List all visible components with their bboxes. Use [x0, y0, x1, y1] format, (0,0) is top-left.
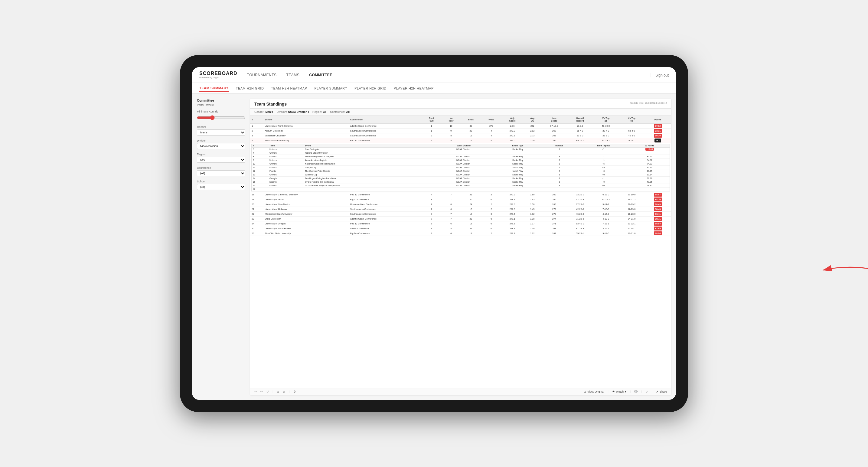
table-row-expanded: 4 Arizona State University Pac-12 Confer…: [250, 138, 671, 143]
points-value: 88.49: [654, 203, 662, 206]
points-value: 83.41: [654, 212, 662, 216]
redo-icon[interactable]: ↪: [260, 390, 263, 393]
expanded-content: # Team Event Event Division Event Type R…: [251, 144, 670, 191]
view-label: View: Original: [587, 390, 604, 393]
main-content: Committee Portal Review Minimum Rounds G…: [192, 94, 676, 400]
list-item: 6 Univers. Catc Collegiate NCAA Division…: [252, 148, 670, 151]
update-time: Update time: 13/03/2024 10:03:42: [630, 102, 667, 104]
col-conf-rank: ConfRank: [421, 116, 442, 124]
table-row: 2 Auburn University Southeastern Confere…: [250, 129, 671, 133]
points-value: 88.07: [654, 193, 662, 196]
filter-chip-division: Division: NCAA Division I: [277, 111, 309, 114]
tab-team-h2h-grid[interactable]: TEAM H2H GRID: [236, 85, 264, 91]
filter-chip-conference: Conference: All: [330, 111, 350, 114]
table-row: 22 Mississippi State University Southeas…: [250, 212, 671, 217]
points-value: 90.30: [654, 134, 662, 137]
filter-chip-gender: Gender: Men's: [254, 111, 273, 114]
points-value-active: 79.5: [654, 138, 661, 143]
points-value: 83.89: [654, 226, 662, 230]
filter-label-school: School: [197, 180, 245, 183]
tab-player-h2h-heatmap[interactable]: PLAYER H2H HEATMAP: [394, 85, 434, 91]
points-value: 88.71: [654, 217, 662, 221]
tab-player-h2h-grid[interactable]: PLAYER H2H GRID: [354, 85, 386, 91]
info-icon[interactable]: ⏱: [293, 390, 296, 393]
app-logo-sub: Powered by clippd: [199, 76, 238, 79]
col-points: Points: [645, 116, 671, 124]
standings-title: Team Standings: [254, 102, 287, 106]
col-school: School: [264, 116, 349, 124]
standings-table: # School Conference ConfRank NoTour Bnds…: [250, 116, 671, 388]
filter-panel-title: Committee: [197, 99, 245, 102]
nav-teams[interactable]: TEAMS: [286, 72, 300, 78]
filter-chip-region: Region: All: [312, 111, 327, 114]
comment-icon[interactable]: 💬: [634, 390, 638, 393]
points-value: 93.31: [654, 129, 662, 133]
list-item: 8 Univers. Southern Highlands Collegiate…: [252, 155, 670, 158]
col-conference: Conference: [349, 116, 421, 124]
table-row: 23 Duke University Atlantic Coast Confer…: [250, 217, 671, 221]
bottom-toolbar: ↩ ↪ ↺ | ⊞ ⊕ | ⏱ ⊡ View: Original | 👁: [250, 388, 671, 395]
tablet-screen: SCOREBOARD Powered by clippd TOURNAMENTS…: [192, 67, 676, 400]
col-bnds: Bnds: [461, 116, 482, 124]
tab-player-summary[interactable]: PLAYER SUMMARY: [314, 85, 347, 91]
eye-icon: 👁: [612, 390, 615, 393]
list-item: 11 Univers. Copper Cup NCAA Division I M…: [252, 166, 670, 169]
table-row: 1 University of North Carolina Atlantic …: [250, 124, 671, 129]
filter-division: Division NCAA Division I NCAA Division I…: [197, 139, 245, 149]
logo-area: SCOREBOARD Powered by clippd: [199, 71, 238, 79]
undo-icon[interactable]: ↩: [254, 390, 257, 393]
filter-minimum-rounds: Minimum Rounds: [197, 110, 245, 122]
reset-icon[interactable]: ↺: [267, 390, 269, 393]
filter-label-region: Region: [197, 153, 245, 156]
share-icon: ↗: [656, 390, 658, 393]
list-item: 16 Univers. 2023 Sahalee Players Champio…: [252, 184, 670, 188]
points-value: 88.43: [654, 207, 662, 211]
col-wins: Wins: [481, 116, 501, 124]
nav-committee[interactable]: COMMITTEE: [309, 72, 332, 78]
col-overall: OverallRecord: [567, 116, 593, 124]
chevron-down-icon: ▾: [625, 390, 626, 393]
sign-out-area: | Sign out: [650, 72, 669, 78]
points-value: 88.54: [654, 222, 662, 226]
list-item: 12 Florida I The Cypress Point Classic N…: [252, 169, 670, 173]
points-value: 97.02: [654, 124, 662, 128]
list-item: 17: [252, 188, 670, 191]
nav-tournaments[interactable]: TOURNAMENTS: [247, 72, 277, 78]
table-row: 21 University of Alabama Southeastern Co…: [250, 207, 671, 212]
share-label: Share: [660, 390, 667, 393]
app-logo: SCOREBOARD: [199, 71, 238, 76]
col-adj-score: Adj.Score: [501, 116, 524, 124]
data-panel-header: Team Standings Update time: 13/03/2024 1…: [250, 99, 671, 108]
table-row: 3 Vanderbilt University Southeastern Con…: [250, 133, 671, 138]
table-row: 24 University of Oregon Pac-12 Conferenc…: [250, 221, 671, 226]
tablet-frame: SCOREBOARD Powered by clippd TOURNAMENTS…: [180, 55, 688, 412]
list-item: 15 East Ter OFCC Fighting Illini Invitat…: [252, 180, 670, 184]
expand-icon[interactable]: ⤢: [646, 390, 648, 393]
main-nav: TOURNAMENTS TEAMS COMMITTEE: [247, 72, 651, 78]
points-value: 88.94: [654, 231, 662, 235]
gender-select[interactable]: Men's Women's: [197, 129, 245, 135]
tab-team-h2h-heatmap[interactable]: TEAM H2H HEATMAP: [271, 85, 307, 91]
points-value: 88.70: [654, 197, 662, 201]
add-icon[interactable]: ⊕: [283, 390, 285, 393]
filter-gender: Gender Men's Women's: [197, 126, 245, 135]
copy-icon[interactable]: ⊞: [277, 390, 279, 393]
region-select[interactable]: N/A All: [197, 157, 245, 163]
rounds-slider[interactable]: [197, 115, 245, 120]
share-button[interactable]: ↗ Share: [656, 390, 667, 393]
school-select[interactable]: (All): [197, 184, 245, 190]
filter-region: Region N/A All: [197, 153, 245, 163]
sign-out-button[interactable]: Sign out: [655, 73, 669, 77]
filter-label-rounds: Minimum Rounds: [197, 110, 245, 113]
tab-team-summary[interactable]: TEAM SUMMARY: [199, 85, 229, 92]
view-original-button[interactable]: ⊡ View: Original: [584, 390, 604, 393]
expanded-detail-row: # Team Event Event Division Event Type R…: [250, 143, 671, 192]
watch-button[interactable]: 👁 Watch ▾: [612, 390, 626, 393]
table-row: 25 University of North Florida ASUN Conf…: [250, 226, 671, 231]
col-no-tour: NoTour: [441, 116, 460, 124]
filter-panel: Committee Portal Review Minimum Rounds G…: [197, 99, 245, 395]
division-select[interactable]: NCAA Division I NCAA Division II: [197, 143, 245, 149]
conference-select[interactable]: (All): [197, 170, 245, 176]
filter-conference: Conference (All): [197, 166, 245, 176]
app-header: SCOREBOARD Powered by clippd TOURNAMENTS…: [192, 67, 676, 83]
